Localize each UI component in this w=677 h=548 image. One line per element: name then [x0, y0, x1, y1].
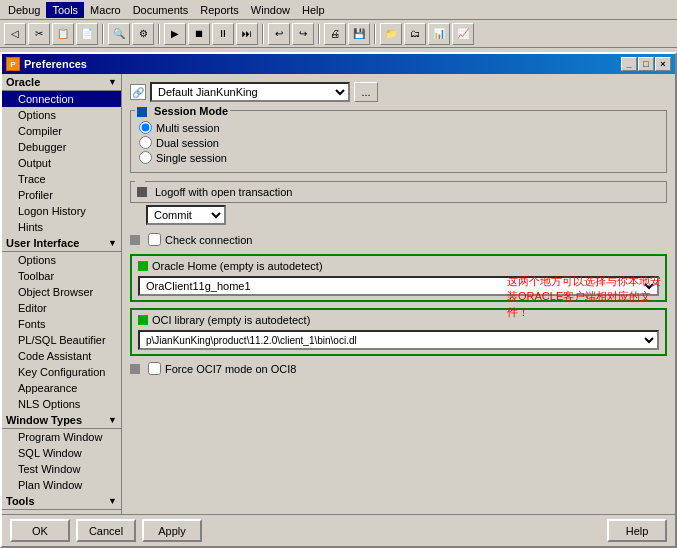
logoff-select[interactable]: Commit Rollback Ask: [146, 205, 226, 225]
toolbar-btn-16[interactable]: 🗂: [404, 23, 426, 45]
dialog-title-icon: P: [6, 57, 20, 71]
maximize-button[interactable]: □: [638, 57, 654, 71]
sidebar-item-hints[interactable]: Hints: [2, 219, 121, 235]
ui-section-label: User Interface: [6, 237, 79, 249]
sidebar-item-output[interactable]: Output: [2, 155, 121, 171]
tools-section-arrow: ▼: [108, 496, 117, 506]
window-types-section-header[interactable]: Window Types ▼: [2, 412, 121, 429]
ui-section-header[interactable]: User Interface ▼: [2, 235, 121, 252]
minimize-button[interactable]: _: [621, 57, 637, 71]
sidebar-item-profiler[interactable]: Profiler: [2, 187, 121, 203]
toolbar-btn-15[interactable]: 📁: [380, 23, 402, 45]
footer-right: Help: [607, 519, 667, 542]
ui-section-arrow: ▼: [108, 238, 117, 248]
session-mode-indicator: Session Mode: [135, 105, 230, 117]
toolbar-separator-5: [374, 24, 376, 44]
profile-select[interactable]: Default JianKunKing: [150, 82, 350, 102]
toolbar-btn-7[interactable]: ▶: [164, 23, 186, 45]
sidebar-item-compiler[interactable]: Compiler: [2, 123, 121, 139]
cancel-button[interactable]: Cancel: [76, 519, 136, 542]
sidebar-item-key-config[interactable]: Key Configuration: [2, 364, 121, 380]
check-connection-checkbox[interactable]: [148, 233, 161, 246]
toolbar-btn-10[interactable]: ⏭: [236, 23, 258, 45]
check-conn-square: [130, 235, 140, 245]
logoff-select-row: Commit Rollback Ask: [130, 205, 667, 225]
profile-dots-button[interactable]: ...: [354, 82, 378, 102]
sidebar-item-logon-history[interactable]: Logon History: [2, 203, 121, 219]
toolbar-btn-1[interactable]: ◁: [4, 23, 26, 45]
tools-section-header[interactable]: Tools ▼: [2, 493, 121, 510]
menu-documents[interactable]: Documents: [127, 2, 195, 18]
sidebar-item-toolbar[interactable]: Toolbar: [2, 268, 121, 284]
oracle-section-arrow: ▼: [108, 77, 117, 87]
oracle-home-label: Oracle Home (empty is autodetect): [152, 260, 323, 272]
sidebar-item-nls-options[interactable]: NLS Options: [2, 396, 121, 412]
sidebar-item-sql-window[interactable]: SQL Window: [2, 445, 121, 461]
dialog-content: Oracle ▼ Connection Options Compiler Deb…: [2, 74, 675, 514]
toolbar-btn-12[interactable]: ↪: [292, 23, 314, 45]
toolbar-btn-2[interactable]: ✂: [28, 23, 50, 45]
menu-reports[interactable]: Reports: [194, 2, 245, 18]
annotation-text: 这两个地方可以选择与你本地安装ORACLE客户端相对应的文件！: [507, 274, 667, 320]
toolbar-separator-4: [318, 24, 320, 44]
close-button[interactable]: ×: [655, 57, 671, 71]
menu-macro[interactable]: Macro: [84, 2, 127, 18]
profile-icon: 🔗: [130, 84, 146, 100]
help-button[interactable]: Help: [607, 519, 667, 542]
sidebar-item-ui-options[interactable]: Options: [2, 252, 121, 268]
dialog-title: Preferences: [24, 58, 87, 70]
sidebar-item-trace[interactable]: Trace: [2, 171, 121, 187]
force-oci-label: Force OCI7 mode on OCI8: [165, 363, 296, 375]
toolbar-btn-11[interactable]: ↩: [268, 23, 290, 45]
toolbar-btn-14[interactable]: 💾: [348, 23, 370, 45]
oracle-section-header[interactable]: Oracle ▼: [2, 74, 121, 91]
sidebar-item-appearance[interactable]: Appearance: [2, 380, 121, 396]
radio-multi-session: Multi session: [139, 121, 658, 134]
oracle-home-section-row: Oracle Home (empty is autodetect): [138, 260, 659, 272]
sidebar-item-test-window[interactable]: Test Window: [2, 461, 121, 477]
oci-library-select[interactable]: p\JianKunKing\product\11.2.0\client_1\bi…: [138, 330, 659, 350]
apply-button[interactable]: Apply: [142, 519, 202, 542]
preferences-dialog: P Preferences _ □ × Oracle ▼ Connection …: [0, 52, 677, 548]
session-radio-group: Multi session Dual session Single sessio…: [139, 121, 658, 164]
menu-tools[interactable]: Tools: [46, 2, 84, 18]
menu-window[interactable]: Window: [245, 2, 296, 18]
toolbar-btn-3[interactable]: 📋: [52, 23, 74, 45]
menu-help[interactable]: Help: [296, 2, 331, 18]
sidebar-item-code-assistant[interactable]: Code Assistant: [2, 348, 121, 364]
logoff-square: [137, 187, 147, 197]
radio-dual-label: Dual session: [156, 137, 219, 149]
oracle-section-label: Oracle: [6, 76, 40, 88]
sidebar-item-object-browser[interactable]: Object Browser: [2, 284, 121, 300]
logoff-row: Logoff with open transaction: [130, 181, 667, 203]
toolbar-btn-8[interactable]: ⏹: [188, 23, 210, 45]
sidebar-item-debugger[interactable]: Debugger: [2, 139, 121, 155]
toolbar-btn-18[interactable]: 📈: [452, 23, 474, 45]
sidebar-item-editor[interactable]: Editor: [2, 300, 121, 316]
sidebar-item-fonts[interactable]: Fonts: [2, 316, 121, 332]
session-mode-box: Session Mode Multi session Dual session …: [130, 110, 667, 173]
tools-section-label: Tools: [6, 495, 35, 507]
toolbar-btn-6[interactable]: ⚙: [132, 23, 154, 45]
ok-button[interactable]: OK: [10, 519, 70, 542]
menubar: Debug Tools Macro Documents Reports Wind…: [0, 0, 677, 20]
sidebar-item-plan-window[interactable]: Plan Window: [2, 477, 121, 493]
toolbar-btn-5[interactable]: 🔍: [108, 23, 130, 45]
toolbar-btn-17[interactable]: 📊: [428, 23, 450, 45]
sidebar-item-differences[interactable]: Differences: [2, 510, 121, 514]
toolbar-btn-13[interactable]: 🖨: [324, 23, 346, 45]
check-connection-row: Check connection: [130, 233, 667, 246]
sidebar-item-connection[interactable]: Connection: [2, 91, 121, 107]
oracle-home-indicator: [138, 261, 148, 271]
toolbar-btn-9[interactable]: ⏸: [212, 23, 234, 45]
window-types-arrow: ▼: [108, 415, 117, 425]
sidebar-item-program-window[interactable]: Program Window: [2, 429, 121, 445]
dialog-footer: OK Cancel Apply Help: [2, 514, 675, 546]
force-oci-checkbox[interactable]: [148, 362, 161, 375]
sidebar-item-plsql-beautifier[interactable]: PL/SQL Beautifier: [2, 332, 121, 348]
menu-debug[interactable]: Debug: [2, 2, 46, 18]
footer-left: OK Cancel Apply: [10, 519, 202, 542]
toolbar-btn-4[interactable]: 📄: [76, 23, 98, 45]
oci-library-indicator: [138, 315, 148, 325]
sidebar-item-options[interactable]: Options: [2, 107, 121, 123]
